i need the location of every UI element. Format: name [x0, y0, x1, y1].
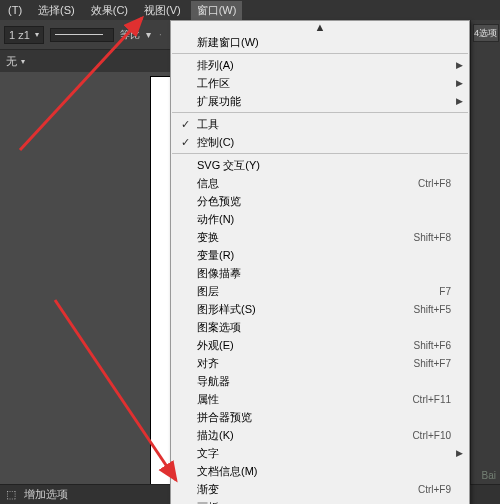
menu-separator — [172, 112, 468, 113]
menu-item-label: 文字 — [197, 446, 451, 461]
menu-item-shortcut: F7 — [439, 286, 451, 297]
submenu-arrow-icon: ▶ — [456, 96, 463, 106]
watermark: Bai — [482, 470, 496, 482]
menu-item-label: 工具 — [197, 117, 451, 132]
menu-item[interactable]: 描边(K)Ctrl+F10 — [171, 426, 469, 444]
zoom-select[interactable]: 1 z1 ▾ — [4, 26, 44, 44]
ratio-label: 等比 — [120, 28, 140, 42]
menu-item-label: 描边(K) — [197, 428, 404, 443]
zoom-value: 1 z1 — [9, 29, 30, 41]
menu-item[interactable]: 排列(A)▶ — [171, 56, 469, 74]
submenu-arrow-icon: ▶ — [456, 60, 463, 70]
menu-item-shortcut: Ctrl+F11 — [412, 394, 451, 405]
menu-item-label: 画板 — [197, 500, 451, 505]
menu-item-label: 工作区 — [197, 76, 451, 91]
menu-item-label: 控制(C) — [197, 135, 451, 150]
scroll-up-icon[interactable]: ▲ — [171, 21, 469, 33]
menu-item[interactable]: 扩展功能▶ — [171, 92, 469, 110]
menu-item-shortcut: Shift+F5 — [413, 304, 451, 315]
menu-item[interactable]: 文档信息(M) — [171, 462, 469, 480]
check-icon: ✓ — [179, 118, 191, 131]
submenu-arrow-icon: ▶ — [456, 448, 463, 458]
menu-item-label: 变换 — [197, 230, 405, 245]
chevron-down-icon: ▾ — [146, 29, 151, 40]
menu-item-label: 排列(A) — [197, 58, 451, 73]
menu-item-label: 图像描摹 — [197, 266, 451, 281]
menu-item-shortcut: Shift+F7 — [413, 358, 451, 369]
menu-item[interactable]: 分色预览 — [171, 192, 469, 210]
menu-item-shortcut: Ctrl+F8 — [418, 178, 451, 189]
stroke-preview[interactable] — [50, 28, 114, 42]
tab-label[interactable]: 无 — [6, 54, 17, 69]
menu-window[interactable]: 窗口(W) — [191, 1, 243, 20]
menu-item[interactable]: 属性Ctrl+F11 — [171, 390, 469, 408]
menu-item-label: SVG 交互(Y) — [197, 158, 451, 173]
menu-separator — [172, 153, 468, 154]
window-menu: ▲ 新建窗口(W)排列(A)▶工作区▶扩展功能▶✓工具✓控制(C)SVG 交互(… — [170, 20, 470, 504]
menu-effect[interactable]: 效果(C) — [85, 1, 134, 20]
menu-item[interactable]: 变量(R) — [171, 246, 469, 264]
check-icon: ✓ — [179, 136, 191, 149]
menu-item-shortcut: Shift+F8 — [413, 232, 451, 243]
menu-view[interactable]: 视图(V) — [138, 1, 187, 20]
menu-separator — [172, 53, 468, 54]
menu-item-shortcut: Ctrl+F9 — [418, 484, 451, 495]
menu-item-label: 渐变 — [197, 482, 410, 497]
menu-item[interactable]: ✓控制(C) — [171, 133, 469, 151]
menu-item-label: 图形样式(S) — [197, 302, 405, 317]
menu-item-label: 扩展功能 — [197, 94, 451, 109]
menu-item-label: 导航器 — [197, 374, 451, 389]
menu-t[interactable]: (T) — [2, 2, 28, 18]
menu-item-label: 文档信息(M) — [197, 464, 451, 479]
menu-item[interactable]: 图形样式(S)Shift+F5 — [171, 300, 469, 318]
menu-item[interactable]: 图层F7 — [171, 282, 469, 300]
chevron-down-icon: ▾ — [35, 30, 39, 39]
menu-item-label: 信息 — [197, 176, 410, 191]
menu-item[interactable]: 文字▶ — [171, 444, 469, 462]
menu-item-label: 分色预览 — [197, 194, 451, 209]
menubar: (T) 选择(S) 效果(C) 视图(V) 窗口(W) — [0, 0, 500, 20]
menu-item[interactable]: 新建窗口(W) — [171, 33, 469, 51]
menu-item[interactable]: 拼合器预览 — [171, 408, 469, 426]
menu-item[interactable]: 外观(E)Shift+F6 — [171, 336, 469, 354]
menu-item-label: 属性 — [197, 392, 404, 407]
menu-item[interactable]: 信息Ctrl+F8 — [171, 174, 469, 192]
menu-item[interactable]: 渐变Ctrl+F9 — [171, 480, 469, 498]
menu-item[interactable]: 画板 — [171, 498, 469, 504]
menu-select[interactable]: 选择(S) — [32, 1, 81, 20]
menu-item[interactable]: 对齐Shift+F7 — [171, 354, 469, 372]
menu-item[interactable]: 图案选项 — [171, 318, 469, 336]
submenu-arrow-icon: ▶ — [456, 78, 463, 88]
menu-item-label: 外观(E) — [197, 338, 405, 353]
menu-item-label: 图案选项 — [197, 320, 451, 335]
menu-item[interactable]: ✓工具 — [171, 115, 469, 133]
menu-item[interactable]: SVG 交互(Y) — [171, 156, 469, 174]
status-icon: ⬚ — [6, 488, 16, 501]
menu-item-label: 对齐 — [197, 356, 405, 371]
menu-item[interactable]: 工作区▶ — [171, 74, 469, 92]
menu-item[interactable]: 导航器 — [171, 372, 469, 390]
panel-dock: 4选项 — [470, 20, 500, 504]
menu-item-shortcut: Shift+F6 — [413, 340, 451, 351]
menu-item-label: 变量(R) — [197, 248, 451, 263]
menu-item[interactable]: 变换Shift+F8 — [171, 228, 469, 246]
menu-item-label: 图层 — [197, 284, 431, 299]
panel-button[interactable]: 4选项 — [473, 24, 499, 42]
menu-item-label: 拼合器预览 — [197, 410, 451, 425]
divider: · — [159, 29, 162, 40]
menu-item[interactable]: 动作(N) — [171, 210, 469, 228]
menu-item-label: 动作(N) — [197, 212, 451, 227]
chevron-down-icon: ▾ — [21, 57, 25, 66]
menu-item[interactable]: 图像描摹 — [171, 264, 469, 282]
menu-item-label: 新建窗口(W) — [197, 35, 451, 50]
status-label: 增加选项 — [24, 487, 68, 502]
menu-item-shortcut: Ctrl+F10 — [412, 430, 451, 441]
